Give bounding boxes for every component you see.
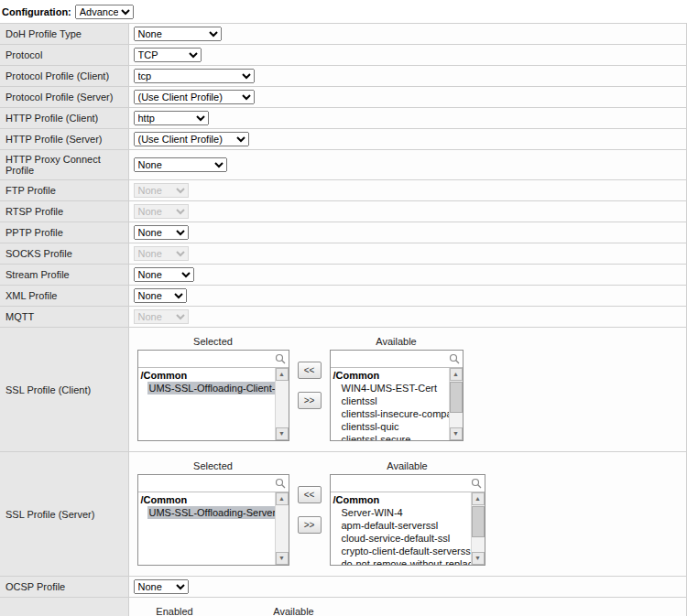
move-right-button[interactable]: >> [298,516,322,534]
list-item[interactable]: apm-default-serverssl [340,519,471,532]
row-mqtt: MQTT None [0,307,687,328]
http-profile-server-select[interactable]: (Use Client Profile) [134,132,249,146]
doh-profile-type-label: DoH Profile Type [0,24,128,45]
pptp-profile-select[interactable]: None [134,225,189,240]
auth-enabled-header: Enabled [137,604,213,616]
ssl-server-dual-list: Selected /Common UMS-SSL-Offloading-Serv… [134,455,687,573]
http-proxy-connect-profile-label: HTTP Proxy Connect Profile [0,150,128,180]
row-authentication-profiles: Authentication Profiles Enabled << >> Av… [0,598,687,616]
list-item[interactable]: clientssl [340,394,449,407]
configuration-select[interactable]: Advanced [75,5,134,19]
scroll-up-icon[interactable]: ▲ [450,368,463,381]
ssl-client-available-header: Available [330,334,463,350]
list-item[interactable]: /Common [331,369,449,382]
auth-available-header: Available [253,604,335,616]
list-item[interactable]: WIN4-UMS-EST-Cert [340,382,449,394]
list-item[interactable]: UMS-SSL-Offloading-Server-Profile [147,506,275,519]
list-item[interactable]: clientssl-secure [340,433,449,440]
list-item[interactable]: crypto-client-default-serverssl [340,545,471,557]
ftp-profile-label: FTP Profile [0,180,128,201]
list-item[interactable]: UMS-SSL-Offloading-Client-Profile [147,382,275,394]
ssl-profile-server-label: SSL Profile (Server) [0,452,128,577]
row-http-profile-server: HTTP Profile (Server) (Use Client Profil… [0,129,687,150]
configuration-label: Configuration: [2,6,71,17]
scrollbar-thumb[interactable] [472,506,485,537]
list-item[interactable]: /Common [138,369,275,382]
list-item[interactable]: Server-WIN-4 [340,506,471,519]
http-profile-client-label: HTTP Profile (Client) [0,108,128,129]
xml-profile-select[interactable]: None [134,288,187,303]
rtsp-profile-label: RTSP Profile [0,201,128,222]
ftp-profile-select: None [134,183,189,198]
scrollbar-thumb[interactable] [450,382,463,413]
scroll-up-icon[interactable]: ▲ [472,492,485,505]
scrollbar[interactable]: ▲ ▼ [449,368,463,440]
row-rtsp-profile: RTSP Profile None [0,201,687,222]
row-http-profile-client: HTTP Profile (Client) http [0,108,687,129]
row-ssl-profile-server: SSL Profile (Server) Selected [0,452,687,577]
list-item[interactable]: do-not-remove-without-replacement [340,557,471,565]
authentication-profiles-label: Authentication Profiles [0,598,128,616]
scroll-down-icon[interactable]: ▼ [472,552,485,565]
pptp-profile-label: PPTP Profile [0,222,128,243]
protocol-label: Protocol [0,45,128,66]
scrollbar[interactable]: ▲ ▼ [275,368,289,440]
ssl-server-selected-search-input[interactable] [138,475,289,491]
mqtt-label: MQTT [0,307,128,328]
ssl-client-dual-list: Selected /Common UMS-SSL-Offloading-Clie… [134,330,687,448]
ssl-client-selected-search-input[interactable] [138,351,289,366]
stream-profile-label: Stream Profile [0,265,128,286]
scroll-up-icon[interactable]: ▲ [276,368,289,381]
scroll-up-icon[interactable]: ▲ [276,492,289,505]
search-icon [449,353,460,366]
row-xml-profile: XML Profile None [0,286,687,307]
doh-profile-type-select[interactable]: None [134,27,222,41]
list-item[interactable]: /Common [138,493,275,506]
list-item[interactable]: clientssl-insecure-compatible [340,407,449,420]
stream-profile-select[interactable]: None [134,267,194,282]
rtsp-profile-select: None [134,204,189,219]
ocsp-profile-select[interactable]: None [134,579,189,594]
row-doh-profile-type: DoH Profile Type None [0,24,687,45]
authentication-dual-list: Enabled << >> Available /Common ssl_cc_l… [134,600,687,616]
scrollbar[interactable]: ▲ ▼ [471,492,485,565]
protocol-select[interactable]: TCP [134,48,202,62]
ssl-server-available-search-input[interactable] [331,475,485,491]
row-stream-profile: Stream Profile None [0,265,687,286]
scroll-down-icon[interactable]: ▼ [450,427,463,440]
configuration-table: DoH Profile Type None Protocol TCP Proto… [0,23,687,616]
protocol-profile-server-select[interactable]: (Use Client Profile) [134,90,255,104]
row-ssl-profile-client: SSL Profile (Client) Selected [0,328,687,452]
http-profile-client-select[interactable]: http [134,111,209,125]
protocol-profile-client-label: Protocol Profile (Client) [0,66,128,87]
move-left-button[interactable]: << [298,486,322,503]
list-item[interactable]: /Common [331,493,471,506]
ssl-server-available-header: Available [330,459,485,474]
protocol-profile-client-select[interactable]: tcp [134,69,255,83]
move-right-button[interactable]: >> [298,392,322,409]
search-icon [275,478,286,491]
search-icon [471,478,482,491]
socks-profile-label: SOCKS Profile [0,243,128,265]
ssl-client-available-search-input[interactable] [331,351,463,366]
socks-profile-select: None [134,246,189,261]
row-ocsp-profile: OCSP Profile None [0,577,687,598]
http-proxy-connect-profile-select[interactable]: None [134,157,227,172]
scroll-down-icon[interactable]: ▼ [276,552,289,565]
search-icon [275,353,286,366]
xml-profile-label: XML Profile [0,286,128,307]
list-item[interactable]: cloud-service-default-ssl [340,532,471,545]
row-pptp-profile: PPTP Profile None [0,222,687,243]
protocol-profile-server-label: Protocol Profile (Server) [0,87,128,108]
ssl-profile-client-label: SSL Profile (Client) [0,328,128,452]
row-socks-profile: SOCKS Profile None [0,243,687,265]
scroll-down-icon[interactable]: ▼ [276,427,289,440]
ssl-server-selected-header: Selected [137,459,289,474]
mqtt-select: None [134,309,189,324]
move-left-button[interactable]: << [298,362,322,379]
http-profile-server-label: HTTP Profile (Server) [0,129,128,150]
row-protocol-profile-client: Protocol Profile (Client) tcp [0,66,687,87]
scrollbar[interactable]: ▲ ▼ [275,492,289,565]
list-item[interactable]: clientssl-quic [340,420,449,433]
row-protocol: Protocol TCP [0,45,687,66]
